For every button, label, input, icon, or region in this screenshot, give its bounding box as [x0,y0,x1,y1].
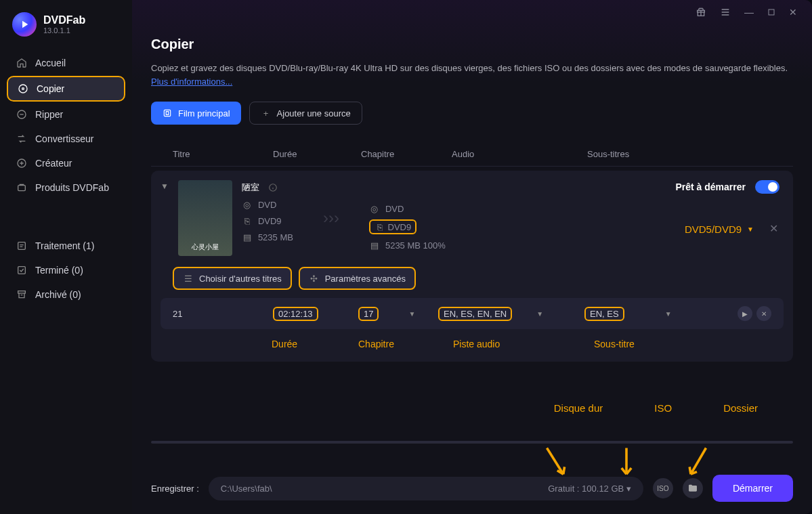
disc-small-icon: ◎ [369,203,380,214]
col-title: Titre [159,149,273,159]
sidebar-item-products[interactable]: Produits DVDFab [7,176,125,199]
info-icon[interactable] [268,182,278,193]
save-label: Enregistrer : [151,484,199,494]
page-description: Copiez et gravez des disques DVD/Blu-ray… [151,62,793,88]
ready-label: Prêt à démarrer [675,181,746,192]
row-subtitle: EN, ES [584,307,624,321]
sidebar-item-copy[interactable]: Copier [7,76,125,102]
brand-name: DVDFab [43,14,85,26]
svg-rect-10 [164,110,170,116]
remove-row-button[interactable]: ✕ [756,306,771,321]
annot-iso: ISO [654,402,672,414]
sidebar-item-archived[interactable]: Archivé (0) [7,283,125,306]
disc-icon [18,83,28,94]
iso-icon: ISO [657,485,668,492]
home-icon [16,58,27,68]
table-header: Titre Durée Chapitre Audio Sous-titres [151,142,793,167]
sidebar-item-label: Ripper [35,109,63,120]
sidebar-item-label: Créateur [35,158,72,169]
row-title-number: 21 [173,309,273,319]
brand: DVDFab 13.0.1.1 [7,12,125,51]
main: — ✕ Copier Copiez et gravez des disques … [132,0,812,514]
col-duration: Durée [273,149,361,159]
film-icon [162,108,173,119]
sidebar: DVDFab 13.0.1.1 Accueil Copier Ripper Co… [0,0,132,514]
free-space: Gratuit : 100.12 GB ▾ [548,484,631,494]
annot-audio: Piste audio [453,339,594,349]
save-path: C:\Users\fab\ [221,484,548,494]
menu-icon[interactable] [720,7,731,18]
iso-output-button[interactable]: ISO [653,478,673,498]
row-chapter: 17 [358,307,379,321]
expand-caret-icon[interactable]: ▼ [161,181,169,191]
sidebar-item-label: Traitement (1) [35,240,94,251]
archive-icon [16,289,27,300]
sidebar-item-home[interactable]: Accueil [7,51,125,74]
progress-bar [151,441,793,444]
sidebar-item-ripper[interactable]: Ripper [7,103,125,126]
products-icon [16,182,27,193]
close-button[interactable]: ✕ [789,7,797,18]
brand-logo-icon [12,12,37,37]
movie-title: 陋室 [242,181,259,194]
sidebar-item-done[interactable]: Terminé (0) [7,259,125,282]
gift-icon[interactable] [696,7,706,18]
movie-poster [178,180,232,256]
svg-point-0 [19,85,27,93]
svg-rect-4 [18,186,26,191]
title-row: 21 02:12:13 17 ▼ EN, ES, EN, EN ▼ EN, ES… [161,298,784,329]
size-icon: ▤ [242,232,253,242]
dvd-size-select[interactable]: DVD5/DVD9 ▼ [685,223,754,235]
sidebar-item-label: Terminé (0) [35,265,83,276]
chevron-down-icon[interactable]: ▼ [408,310,415,318]
dst-format: DVD [385,204,404,214]
brand-version: 13.0.1.1 [43,26,85,35]
advanced-params-button[interactable]: ✣ Paramètres avancés [299,267,416,290]
plus-icon: + [261,108,272,119]
sidebar-item-label: Produits DVDFab [35,182,109,193]
sidebar-item-creator[interactable]: Créateur [7,152,125,175]
col-audio: Audio [452,149,587,159]
converter-icon [16,133,27,144]
arrow-right-icon: ››› [323,209,339,228]
done-icon [16,265,27,276]
src-format: DVD [258,200,276,210]
more-info-link[interactable]: Plus d'informations... [151,77,232,87]
save-path-field[interactable]: C:\Users\fab\ Gratuit : 100.12 GB ▾ [209,477,643,500]
annot-duration: Durée [272,339,358,349]
sidebar-item-converter[interactable]: Convertisseur [7,127,125,150]
output-annotations: Disque dur ISO Dossier [554,402,758,414]
play-preview-button[interactable]: ▶ [738,306,752,321]
main-movie-button[interactable]: Film principal [151,102,241,125]
col-subtitle: Sous-titres [587,149,785,159]
maximize-button[interactable] [767,8,775,16]
gear-icon: ✣ [309,273,320,284]
layer-icon: ⎘ [242,215,253,226]
layer-icon: ⎘ [375,221,385,232]
chevron-down-icon: ▼ [747,226,754,233]
list-icon: ☰ [183,273,194,284]
ready-toggle[interactable] [755,180,779,194]
svg-rect-5 [18,242,26,250]
processing-icon [16,240,27,251]
choose-titles-button[interactable]: ☰ Choisir d'autres titres [173,267,292,290]
chevron-down-icon[interactable]: ▼ [665,310,672,318]
folder-output-button[interactable] [683,478,703,498]
dst-info: 5235 MB 100% [385,240,446,251]
titlebar: — ✕ [132,0,812,24]
sidebar-item-processing[interactable]: Traitement (1) [7,234,125,257]
remove-item-button[interactable]: ✕ [769,222,778,235]
creator-icon [16,158,27,169]
add-source-button[interactable]: + Ajouter une source [249,102,362,125]
svg-rect-7 [18,291,26,293]
svg-rect-6 [18,267,26,274]
chevron-down-icon[interactable]: ▼ [536,310,543,318]
footer: Enregistrer : C:\Users\fab\ Gratuit : 10… [132,475,812,502]
svg-point-1 [22,88,24,90]
minimize-button[interactable]: — [744,7,754,18]
ripper-icon [16,109,27,120]
sidebar-item-label: Copier [37,83,64,94]
col-chapter: Chapitre [361,149,452,159]
start-button[interactable]: Démarrer [712,475,793,502]
sidebar-item-label: Convertisseur [35,133,93,144]
